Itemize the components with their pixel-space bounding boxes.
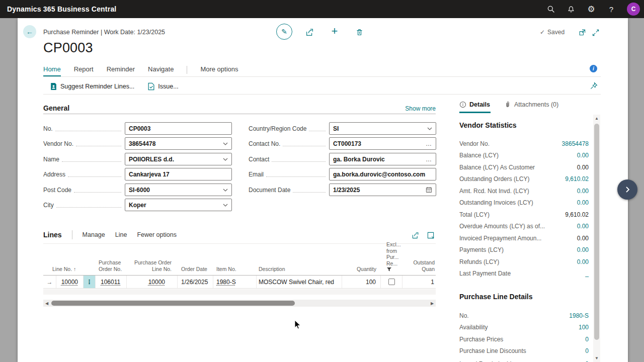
column-purchase-order-no[interactable]: Purchase Order No. bbox=[99, 259, 128, 272]
dotted-leader bbox=[56, 207, 121, 208]
no-input[interactable]: CP0003 bbox=[125, 122, 232, 135]
factbox-scrollbar-thumb[interactable] bbox=[594, 124, 599, 340]
new-button[interactable]: + bbox=[330, 26, 340, 36]
column-item-no[interactable]: Item No. bbox=[216, 266, 252, 273]
cell-line-no[interactable]: 10000 bbox=[56, 276, 84, 288]
issue-label: Issue... bbox=[158, 83, 178, 90]
calendar-icon[interactable] bbox=[426, 187, 432, 193]
share-lines-icon[interactable] bbox=[412, 231, 420, 239]
field-label: Name bbox=[43, 156, 59, 163]
back-button[interactable]: ← bbox=[23, 25, 36, 38]
open-in-window-button[interactable] bbox=[577, 28, 587, 38]
row-menu-dots[interactable]: ⋮ bbox=[84, 276, 96, 288]
lines-menu-manage[interactable]: Manage bbox=[83, 231, 105, 238]
email-input[interactable]: ga.borka.durovic@contoso.com bbox=[329, 168, 436, 180]
cell-quantity[interactable]: 100 bbox=[342, 276, 381, 288]
tab-details[interactable]: Details bbox=[459, 101, 490, 108]
lines-menu-line[interactable]: Line bbox=[115, 231, 127, 238]
scroll-down-icon[interactable]: ▼ bbox=[593, 356, 600, 360]
ellipsis-icon[interactable]: … bbox=[426, 156, 432, 163]
chevron-down-icon[interactable] bbox=[427, 127, 432, 130]
cell-order-date[interactable]: 1/26/2025 bbox=[178, 276, 213, 288]
name-input[interactable]: POIIORLES d.d. bbox=[125, 153, 232, 165]
column-description[interactable]: Description bbox=[259, 266, 309, 273]
column-quantity[interactable]: Quantity bbox=[325, 266, 376, 273]
more-options[interactable]: More options bbox=[200, 65, 238, 75]
user-avatar[interactable]: C bbox=[627, 3, 640, 16]
horizontal-scrollbar-thumb[interactable] bbox=[51, 301, 295, 306]
column-line-no[interactable]: Line No. ↑ bbox=[52, 266, 84, 273]
collapse-button[interactable] bbox=[591, 28, 601, 38]
chevron-down-icon[interactable] bbox=[223, 204, 228, 207]
info-icon[interactable]: i bbox=[590, 65, 597, 72]
country-region-input[interactable]: SI bbox=[329, 122, 436, 135]
show-more-link[interactable]: Show more bbox=[352, 105, 436, 112]
field-email: Email ga.borka.durovic@contoso.com bbox=[249, 168, 436, 180]
expand-lines-icon[interactable] bbox=[427, 231, 435, 239]
tab-navigate[interactable]: Navigate bbox=[148, 65, 174, 75]
issue-button[interactable]: Issue... bbox=[147, 82, 178, 90]
cell-purchase-order-line-no[interactable]: 10000 bbox=[127, 276, 178, 288]
stat-row: Invoiced Prepayment Amoun...0.00 bbox=[459, 232, 589, 244]
general-heading[interactable]: General bbox=[43, 104, 69, 112]
cell-item-no[interactable]: 1980-S bbox=[213, 276, 257, 288]
chevron-down-icon[interactable] bbox=[223, 158, 228, 161]
pin-icon[interactable] bbox=[590, 82, 598, 90]
field-address: Address Cankarjeva 17 bbox=[43, 168, 232, 180]
chevron-down-icon[interactable] bbox=[223, 189, 228, 192]
horizontal-scrollbar[interactable]: ◀ ▶ bbox=[43, 300, 436, 307]
stat-row: Refunds (LCY)0.00 bbox=[459, 256, 589, 268]
dotted-leader bbox=[55, 131, 121, 131]
cell-outstanding-quantity[interactable]: 1 bbox=[403, 276, 436, 288]
lines-heading[interactable]: Lines bbox=[43, 231, 62, 239]
delete-button[interactable] bbox=[354, 27, 364, 37]
chevron-down-icon[interactable] bbox=[223, 142, 228, 145]
post-code-input[interactable]: SI-6000 bbox=[125, 184, 232, 196]
filter-icon[interactable] bbox=[386, 267, 392, 272]
settings-gear-icon[interactable]: ⚙ bbox=[587, 5, 596, 14]
ellipsis-icon[interactable]: … bbox=[426, 140, 432, 147]
document-date-input[interactable]: 1/23/2025 bbox=[329, 184, 436, 196]
factbox-scrollbar[interactable]: ▲ ▼ bbox=[593, 115, 600, 362]
table-row: → 10000 ⋮ 106011 10000 1/26/2025 1980-S … bbox=[43, 275, 436, 289]
lines-toolbar: Lines Manage Line Fewer options bbox=[43, 230, 177, 239]
detail-row: Purchase Prices0 bbox=[459, 333, 589, 345]
city-input[interactable]: Koper bbox=[125, 199, 232, 211]
share-button[interactable] bbox=[305, 27, 315, 37]
action-bar-divider bbox=[43, 94, 601, 95]
back-arrow-icon: ← bbox=[26, 28, 33, 36]
stat-row: Outstanding Invoices (LCY)0.00 bbox=[459, 197, 589, 209]
tab-reminder[interactable]: Reminder bbox=[107, 65, 135, 75]
scroll-right-icon[interactable]: ▶ bbox=[429, 301, 436, 306]
search-icon[interactable] bbox=[546, 5, 555, 14]
edit-button[interactable]: ✎ bbox=[276, 24, 292, 40]
tab-attachments[interactable]: Attachments (0) bbox=[504, 101, 558, 108]
tab-report[interactable]: Report bbox=[74, 65, 94, 75]
vendor-no-input[interactable]: 38654478 bbox=[125, 137, 232, 150]
scroll-left-icon[interactable]: ◀ bbox=[43, 301, 50, 306]
stat-row: Total (LCY)9,610.02 bbox=[459, 209, 589, 221]
lines-menu-fewer-options[interactable]: Fewer options bbox=[137, 231, 177, 238]
help-icon[interactable]: ? bbox=[607, 5, 616, 14]
dotted-leader bbox=[74, 192, 121, 193]
suggest-reminder-lines-button[interactable]: Suggest Reminder Lines... bbox=[50, 82, 134, 90]
expand-panel-button[interactable] bbox=[617, 179, 637, 200]
dotted-leader bbox=[266, 176, 326, 177]
column-outstanding-quantity[interactable]: Outstand Quan bbox=[403, 259, 435, 272]
notifications-bell-icon[interactable] bbox=[567, 5, 576, 14]
tab-home[interactable]: Home bbox=[43, 65, 61, 76]
address-input[interactable]: Cankarjeva 17 bbox=[125, 168, 232, 180]
excl-checkbox[interactable] bbox=[388, 279, 395, 285]
contact-no-input[interactable]: CT000173 … bbox=[329, 137, 436, 150]
column-order-date[interactable]: Order Date bbox=[181, 266, 211, 273]
stat-row: Overdue Amounts (LCY) as of...0.00 bbox=[459, 221, 589, 233]
cell-description[interactable]: MOSCOW Swivel Chair, red bbox=[257, 276, 342, 288]
breadcrumb[interactable]: Purchase Reminder | Work Date: 1/23/2025 bbox=[43, 29, 165, 36]
scroll-up-icon[interactable]: ▲ bbox=[593, 116, 600, 121]
contact-input[interactable]: ga. Borka Durovic … bbox=[329, 153, 436, 165]
general-divider bbox=[43, 114, 436, 114]
save-status: ✓ Saved bbox=[540, 29, 565, 36]
cell-purchase-order-no[interactable]: 106011 bbox=[96, 276, 127, 288]
column-purchase-order-line-no[interactable]: Purchase Order Line No. bbox=[127, 259, 172, 272]
detail-row: No.1980-S bbox=[459, 310, 589, 322]
